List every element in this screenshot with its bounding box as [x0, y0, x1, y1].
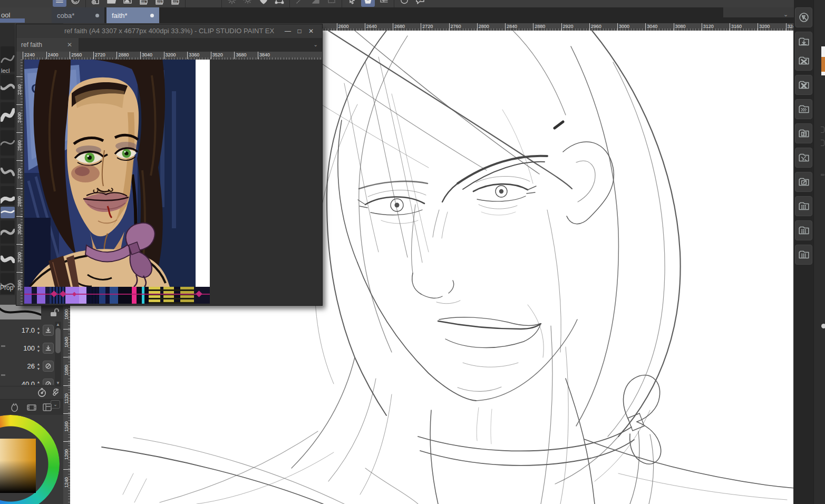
rotate-canvas-icon[interactable]	[361, 0, 375, 7]
undo-icon[interactable]	[189, 0, 202, 7]
register-default-button[interactable]	[43, 325, 54, 336]
close-button[interactable]: ✕	[306, 26, 316, 36]
ref-canvas-area[interactable]: CAT	[23, 60, 322, 305]
ruler-label: 2560	[17, 135, 22, 156]
sidebar-group	[795, 196, 812, 216]
ruler-major-tick	[421, 23, 421, 31]
material-edit-icon[interactable]	[795, 172, 812, 191]
tab-list-chevron[interactable]: ⌄	[783, 11, 788, 18]
ruler-label: 2760	[451, 24, 461, 29]
indicator-off-button[interactable]	[43, 379, 54, 385]
ruler-major-tick	[393, 23, 393, 31]
subtool-item-brush-curve[interactable]	[1, 246, 15, 271]
open-file-icon[interactable]	[105, 0, 119, 7]
material-catalog-1-icon[interactable]	[795, 197, 812, 216]
ruler-label: 3840	[259, 52, 270, 57]
minimize-button[interactable]: —	[283, 26, 293, 36]
property-value[interactable]: 40.0	[22, 380, 35, 385]
property-value[interactable]: 100	[23, 344, 35, 352]
material-catalog-3-icon[interactable]	[795, 245, 812, 264]
document-tab-faith[interactable]: faith*	[106, 7, 159, 23]
quick-navigate-icon[interactable]	[795, 8, 812, 27]
ruler-label: 2400	[48, 52, 59, 57]
register-default-button[interactable]	[43, 343, 54, 354]
help-bubble-icon[interactable]: ?	[413, 0, 427, 7]
new-canvas-icon[interactable]	[89, 0, 103, 7]
indicator-off-button[interactable]	[43, 361, 54, 372]
property-scrollbar[interactable]: ▲ ▼	[55, 322, 61, 386]
value-spinner[interactable]: ▲▼	[36, 344, 41, 353]
maximize-button[interactable]: □	[295, 26, 304, 36]
ruler-label: 2560	[71, 52, 82, 57]
panel-knob-sliver	[821, 324, 825, 328]
glitch-segment	[174, 287, 180, 304]
ruler-major-tick	[70, 52, 70, 59]
ruler-label: 2720	[422, 24, 433, 29]
subtool-item-brush-spray[interactable]	[1, 130, 15, 156]
value-spinner[interactable]: ▲▼	[36, 326, 41, 335]
sidebar-group	[795, 75, 812, 95]
glitch-segment	[194, 287, 210, 304]
ruler-major-tick	[365, 23, 365, 31]
favorite-heart-icon[interactable]	[257, 0, 270, 7]
material-catalog-2-icon[interactable]	[795, 221, 812, 240]
main-menu-icon[interactable]	[53, 0, 66, 7]
tab-close-icon[interactable]: ✕	[67, 38, 72, 52]
material-halftone-icon[interactable]	[795, 100, 812, 119]
ruler-label: 3360	[189, 52, 199, 57]
ruler-label: 2720	[17, 163, 22, 184]
subtool-item-brush-charcoal[interactable]	[1, 158, 15, 183]
ruler-label: 3160	[731, 24, 742, 29]
slider-tick	[1, 345, 5, 347]
ruler-major-tick	[23, 52, 23, 59]
material-download-icon[interactable]	[795, 32, 812, 51]
scroll-up-arrow[interactable]: ▲	[55, 322, 61, 327]
stopwatch-icon[interactable]	[37, 387, 47, 398]
glitch-segment	[24, 287, 32, 304]
export-image-icon[interactable]	[121, 0, 134, 7]
subtool-item-brush-soft[interactable]	[1, 74, 15, 100]
clip-studio-logo-icon[interactable]	[69, 0, 82, 7]
ruler-major-tick	[16, 160, 23, 161]
property-value[interactable]: 26	[27, 362, 35, 370]
value-spinner[interactable]: ▲▼	[36, 380, 41, 385]
reference-window[interactable]: ref faith (A4 3307 x 4677px 400dpi 33.3%…	[16, 24, 323, 306]
color-saturation-square[interactable]	[0, 439, 36, 493]
scroll-down-arrow[interactable]: ▼	[55, 381, 61, 385]
tool-property-title-partial: Prop	[0, 284, 13, 292]
document-tab-label: coba*	[57, 12, 74, 20]
export-psd-icon[interactable]: psd	[168, 0, 182, 7]
material-layout-icon[interactable]	[795, 124, 812, 143]
panel-fragment	[821, 140, 824, 146]
document-tab-coba[interactable]: coba*	[52, 7, 104, 23]
snap-grid-icon[interactable]	[377, 0, 391, 7]
property-value[interactable]: 17.0	[22, 326, 35, 334]
window-titlebar[interactable]: ref faith (A4 3307 x 4677px 400dpi 33.3%…	[16, 24, 322, 38]
subtool-item-brush-stroke-selected[interactable]	[1, 207, 15, 218]
clip-studio-cat-icon[interactable]	[397, 0, 411, 7]
flame-icon[interactable]	[9, 402, 20, 413]
film-strip-icon[interactable]	[26, 402, 37, 413]
export-jpg-icon[interactable]: jpg	[137, 0, 150, 7]
window-tab-chevron[interactable]: ⌄	[314, 42, 318, 47]
subtool-item-brush-blob[interactable]	[1, 220, 15, 244]
export-png-icon[interactable]: png	[152, 0, 166, 7]
ruler-label: 2720	[95, 52, 105, 57]
value-spinner[interactable]: ▲▼	[36, 362, 41, 371]
ruler-major-tick	[758, 23, 758, 31]
material-x-icon[interactable]	[795, 75, 812, 94]
glitch-segment	[110, 287, 118, 304]
unlock-icon[interactable]	[49, 307, 60, 318]
scrollbar-thumb[interactable]	[55, 328, 61, 353]
subtool-item-brush-texture[interactable]	[1, 102, 15, 128]
transform-frame-icon[interactable]	[273, 0, 286, 7]
ref-faith-tab[interactable]: ref faith ✕	[16, 38, 79, 52]
object-cursor-icon[interactable]	[345, 0, 359, 7]
wrench-icon[interactable]	[50, 387, 60, 398]
material-pattern-x-icon[interactable]	[795, 51, 812, 70]
tool-selected-row-highlight	[0, 18, 25, 23]
material-tools-icon[interactable]	[795, 148, 812, 167]
ruler-major-tick	[211, 52, 211, 59]
subtool-item-brush-smudge[interactable]	[1, 186, 15, 205]
palette-chevron-button[interactable]: ⌄	[51, 400, 60, 409]
